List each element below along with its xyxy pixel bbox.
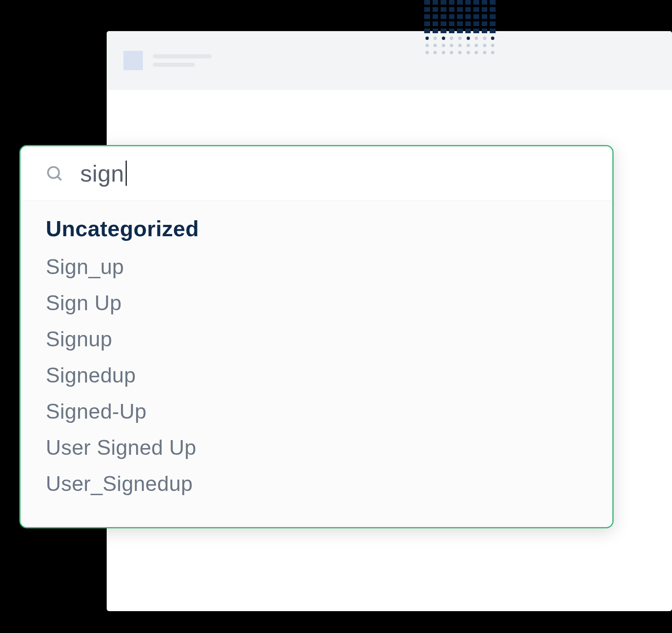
result-item[interactable]: User_Signedup: [46, 466, 587, 502]
window-titlebar: [107, 31, 672, 90]
search-results: Uncategorized Sign_up Sign Up Signup Sig…: [21, 201, 612, 527]
search-input[interactable]: sign: [80, 160, 125, 187]
svg-point-0: [48, 167, 59, 178]
search-popover: sign Uncategorized Sign_up Sign Up Signu…: [19, 145, 614, 528]
result-item[interactable]: Signup: [46, 321, 587, 357]
result-item[interactable]: Signed-Up: [46, 393, 587, 430]
svg-line-1: [58, 177, 61, 180]
result-item[interactable]: Sign Up: [46, 285, 587, 321]
app-logo-placeholder: [123, 51, 143, 70]
search-icon: [46, 165, 63, 182]
search-row[interactable]: sign: [21, 146, 612, 201]
results-group-header: Uncategorized: [46, 216, 587, 241]
result-item[interactable]: Sign_up: [46, 249, 587, 285]
result-item[interactable]: Signedup: [46, 357, 587, 393]
title-skeleton: [153, 54, 212, 67]
search-input-wrap[interactable]: sign: [80, 160, 587, 187]
result-item[interactable]: User Signed Up: [46, 430, 587, 466]
